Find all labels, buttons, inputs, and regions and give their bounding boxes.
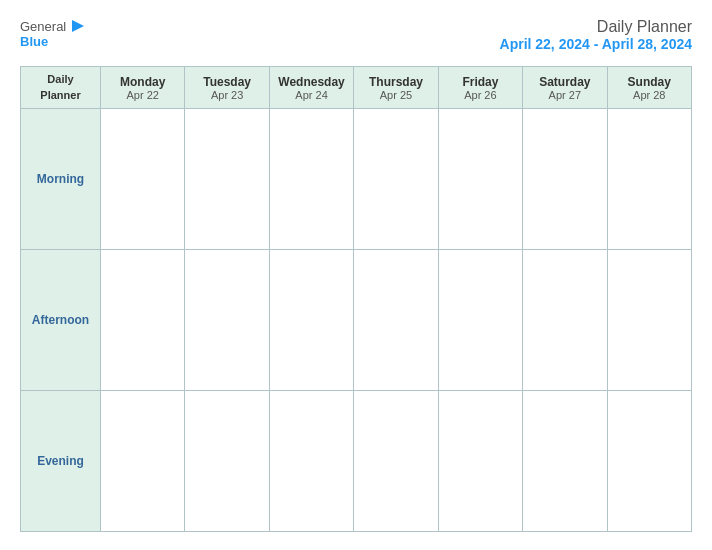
afternoon-label: Afternoon (21, 250, 101, 391)
logo-icon (70, 18, 86, 34)
afternoon-sunday[interactable] (607, 250, 691, 391)
evening-monday[interactable] (101, 391, 185, 532)
evening-friday[interactable] (438, 391, 522, 532)
col-header-friday: Friday Apr 26 (438, 67, 522, 109)
afternoon-thursday[interactable] (354, 250, 438, 391)
afternoon-monday[interactable] (101, 250, 185, 391)
date-range: April 22, 2024 - April 28, 2024 (500, 36, 692, 52)
svg-marker-0 (72, 20, 84, 32)
evening-thursday[interactable] (354, 391, 438, 532)
evening-sunday[interactable] (607, 391, 691, 532)
evening-wednesday[interactable] (269, 391, 353, 532)
col-header-sunday: Sunday Apr 28 (607, 67, 691, 109)
morning-label: Morning (21, 109, 101, 250)
col-header-wednesday: Wednesday Apr 24 (269, 67, 353, 109)
title-area: Daily Planner April 22, 2024 - April 28,… (500, 18, 692, 52)
afternoon-wednesday[interactable] (269, 250, 353, 391)
header-row: Daily Planner Monday Apr 22 Tuesday Apr … (21, 67, 692, 109)
main-title: Daily Planner (500, 18, 692, 36)
morning-sunday[interactable] (607, 109, 691, 250)
morning-row: Morning (21, 109, 692, 250)
morning-tuesday[interactable] (185, 109, 269, 250)
morning-friday[interactable] (438, 109, 522, 250)
logo-area: General Blue (20, 18, 86, 49)
evening-row: Evening (21, 391, 692, 532)
col-header-thursday: Thursday Apr 25 (354, 67, 438, 109)
afternoon-tuesday[interactable] (185, 250, 269, 391)
afternoon-friday[interactable] (438, 250, 522, 391)
evening-saturday[interactable] (523, 391, 607, 532)
col-header-saturday: Saturday Apr 27 (523, 67, 607, 109)
first-col-header: Daily Planner (21, 67, 101, 109)
morning-saturday[interactable] (523, 109, 607, 250)
logo-general: General (20, 19, 66, 34)
evening-tuesday[interactable] (185, 391, 269, 532)
afternoon-saturday[interactable] (523, 250, 607, 391)
col-header-monday: Monday Apr 22 (101, 67, 185, 109)
morning-wednesday[interactable] (269, 109, 353, 250)
header: General Blue Daily Planner April 22, 202… (20, 18, 692, 52)
afternoon-row: Afternoon (21, 250, 692, 391)
page: General Blue Daily Planner April 22, 202… (0, 0, 712, 550)
logo-text: General (20, 18, 86, 34)
evening-label: Evening (21, 391, 101, 532)
calendar-table: Daily Planner Monday Apr 22 Tuesday Apr … (20, 66, 692, 532)
col-header-tuesday: Tuesday Apr 23 (185, 67, 269, 109)
morning-monday[interactable] (101, 109, 185, 250)
morning-thursday[interactable] (354, 109, 438, 250)
logo-blue: Blue (20, 34, 48, 49)
